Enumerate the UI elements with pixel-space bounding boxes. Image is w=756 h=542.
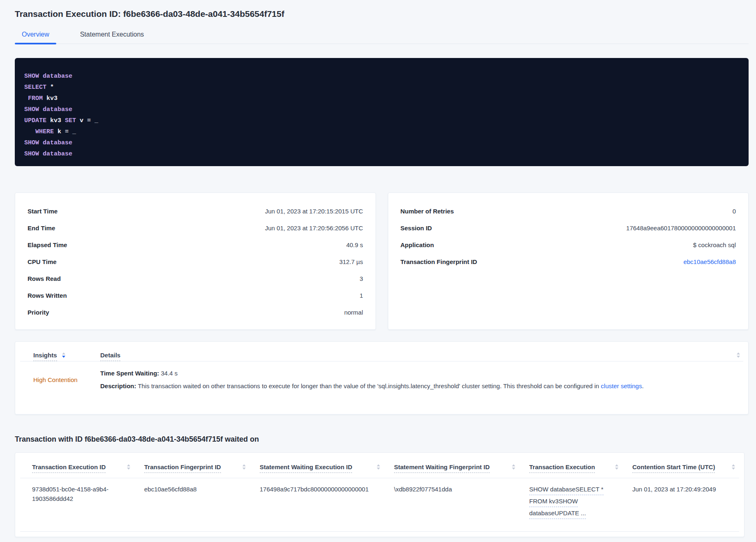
stat-value: 3 bbox=[360, 275, 363, 282]
tab-overview[interactable]: Overview bbox=[15, 26, 56, 44]
stat-row: Session ID17648a9eea60178000000000000000… bbox=[401, 220, 736, 236]
insights-table-card: Insights Details High Contention Time Sp… bbox=[15, 341, 749, 415]
sql-line: SHOW database bbox=[24, 137, 739, 148]
sql-token: SHOW database bbox=[24, 151, 72, 158]
stat-value: normal bbox=[344, 309, 363, 316]
insight-row: High Contention Time Spent Waiting: 34.4… bbox=[15, 361, 748, 391]
sql-line: SHOW database bbox=[24, 71, 739, 82]
sort-icon[interactable] bbox=[377, 463, 380, 470]
column-header: Statement Waiting Fingerprint ID bbox=[394, 463, 529, 473]
description-suffix: . bbox=[642, 382, 643, 389]
stat-row: Elapsed Time40.9 s bbox=[28, 236, 363, 253]
statement-link-line[interactable]: databaseUPDATE ... bbox=[529, 508, 586, 519]
cluster-settings-link[interactable]: cluster settings bbox=[601, 382, 642, 389]
txn-fingerprint-id-cell: ebc10ae56cfd88a8 bbox=[144, 484, 260, 520]
column-header: Contention Start Time (UTC) bbox=[632, 463, 736, 473]
tab-statement-executions[interactable]: Statement Executions bbox=[73, 26, 151, 44]
stat-row: CPU Time312.7 µs bbox=[28, 253, 363, 270]
stat-label: CPU Time bbox=[28, 258, 57, 265]
stat-value: 1 bbox=[360, 292, 363, 299]
sort-icon[interactable] bbox=[732, 463, 735, 470]
column-label[interactable]: Statement Waiting Execution ID bbox=[260, 463, 352, 473]
divider bbox=[20, 531, 739, 532]
column-header: Transaction Execution ID bbox=[32, 463, 144, 473]
waited-on-heading: Transaction with ID f6be6366-da03-48de-a… bbox=[15, 435, 749, 444]
time-spent-waiting-label: Time Spent Waiting: bbox=[100, 370, 159, 377]
tab-bar: Overview Statement Executions bbox=[15, 26, 749, 44]
page-title: Transaction Execution ID: f6be6366-da03-… bbox=[15, 8, 749, 19]
column-label[interactable]: Contention Start Time (UTC) bbox=[632, 463, 715, 473]
sql-token: FROM bbox=[24, 95, 43, 102]
summary-cards: Start TimeJun 01, 2023 at 17:20:15:2015 … bbox=[15, 192, 749, 330]
stat-label: Rows Written bbox=[28, 292, 67, 299]
sql-token: WHERE bbox=[24, 128, 54, 135]
stat-value: $ cockroach sql bbox=[693, 241, 736, 248]
sql-token: k = _ bbox=[54, 128, 76, 135]
contention-start-time-cell: Jun 01, 2023 at 17:20:49:2049 bbox=[632, 484, 736, 520]
stmt-waiting-fingerprint-id-cell: \xdb8922f077541dda bbox=[394, 484, 529, 520]
sql-statements-box: SHOW databaseSELECT * FROM kv3SHOW datab… bbox=[15, 58, 749, 166]
stat-label: Elapsed Time bbox=[28, 241, 67, 248]
stat-value: 0 bbox=[733, 208, 736, 215]
column-label[interactable]: Transaction Execution ID bbox=[32, 463, 106, 473]
sort-icon[interactable] bbox=[242, 463, 246, 470]
stat-label: End Time bbox=[28, 225, 55, 232]
insights-column-label[interactable]: Insights bbox=[33, 352, 57, 361]
statement-link-line[interactable]: FROM kv3SHOW bbox=[529, 496, 578, 507]
waited-on-table-card: Transaction Execution ID Transaction Fin… bbox=[15, 452, 744, 537]
stat-value-link[interactable]: ebc10ae56cfd88a8 bbox=[683, 258, 736, 265]
sql-line: SELECT * bbox=[24, 82, 739, 93]
sql-line: UPDATE kv3 SET v = _ bbox=[24, 115, 739, 126]
txn-execution-id-cell: 9738d051-bc0e-4158-a9b4-1903586ddd42 bbox=[32, 484, 144, 520]
sql-token: SET bbox=[65, 117, 76, 124]
stat-label: Priority bbox=[28, 309, 49, 316]
stat-row: End TimeJun 01, 2023 at 17:20:56:2056 UT… bbox=[28, 220, 363, 236]
stat-row: Transaction Fingerprint IDebc10ae56cfd88… bbox=[401, 253, 736, 270]
sql-token: SHOW database bbox=[24, 106, 72, 113]
stat-row: Rows Read3 bbox=[28, 270, 363, 287]
sort-icon[interactable] bbox=[127, 463, 130, 470]
table-row: 9738d051-bc0e-4158-a9b4-1903586ddd42 ebc… bbox=[15, 478, 744, 526]
session-stats-card: Number of Retries0Session ID17648a9eea60… bbox=[388, 192, 749, 330]
description-text: This transaction waited on other transac… bbox=[136, 382, 601, 389]
details-column-label[interactable]: Details bbox=[100, 352, 120, 361]
stat-row: Application$ cockroach sql bbox=[401, 236, 736, 253]
insights-column-header: Insights bbox=[33, 352, 100, 361]
stat-label: Number of Retries bbox=[401, 208, 454, 215]
stat-value: 40.9 s bbox=[346, 241, 363, 248]
transaction-details-page: Transaction Execution ID: f6be6366-da03-… bbox=[0, 0, 756, 537]
sql-token: UPDATE bbox=[24, 117, 46, 124]
statement-link-line[interactable]: SHOW databaseSELECT * bbox=[529, 484, 604, 495]
stmt-waiting-execution-id-cell: 176498a9c717bdc80000000000000001 bbox=[260, 484, 394, 520]
insight-type-label: High Contention bbox=[33, 376, 100, 383]
sort-icon[interactable] bbox=[737, 352, 740, 358]
time-spent-waiting-value: 34.4 s bbox=[159, 370, 177, 377]
sql-token: SHOW database bbox=[24, 139, 72, 146]
sql-line: SHOW database bbox=[24, 148, 739, 160]
execution-stats-card: Start TimeJun 01, 2023 at 17:20:15:2015 … bbox=[15, 192, 376, 330]
description-label: Description: bbox=[100, 382, 136, 389]
column-header: Statement Waiting Execution ID bbox=[260, 463, 394, 473]
stat-row: Prioritynormal bbox=[28, 304, 363, 321]
stat-value: 17648a9eea6017800000000000000001 bbox=[626, 225, 736, 232]
insight-details: Time Spent Waiting: 34.4 s Description: … bbox=[100, 369, 644, 391]
txn-execution-statements-cell[interactable]: SHOW databaseSELECT * FROM kv3SHOW datab… bbox=[529, 484, 632, 520]
sql-line: WHERE k = _ bbox=[24, 126, 739, 137]
stat-row: Start TimeJun 01, 2023 at 17:20:15:2015 … bbox=[28, 203, 363, 220]
sort-icon[interactable] bbox=[512, 463, 515, 470]
stat-row: Number of Retries0 bbox=[401, 203, 736, 220]
column-label[interactable]: Statement Waiting Fingerprint ID bbox=[394, 463, 490, 473]
stat-row: Rows Written1 bbox=[28, 287, 363, 304]
sort-icon[interactable] bbox=[62, 352, 65, 358]
stat-label: Rows Read bbox=[28, 275, 61, 282]
column-label[interactable]: Transaction Execution bbox=[529, 463, 595, 473]
column-header: Transaction Execution bbox=[529, 463, 632, 473]
sql-token: v = _ bbox=[76, 117, 98, 124]
stat-label: Application bbox=[401, 241, 434, 248]
sql-token: * bbox=[46, 84, 54, 91]
sql-token: SHOW database bbox=[24, 73, 72, 80]
insight-description: Description: This transaction waited on … bbox=[100, 382, 644, 391]
stat-value: Jun 01, 2023 at 17:20:15:2015 UTC bbox=[265, 208, 363, 215]
sort-icon[interactable] bbox=[615, 463, 618, 470]
column-label[interactable]: Transaction Fingerprint ID bbox=[144, 463, 221, 473]
